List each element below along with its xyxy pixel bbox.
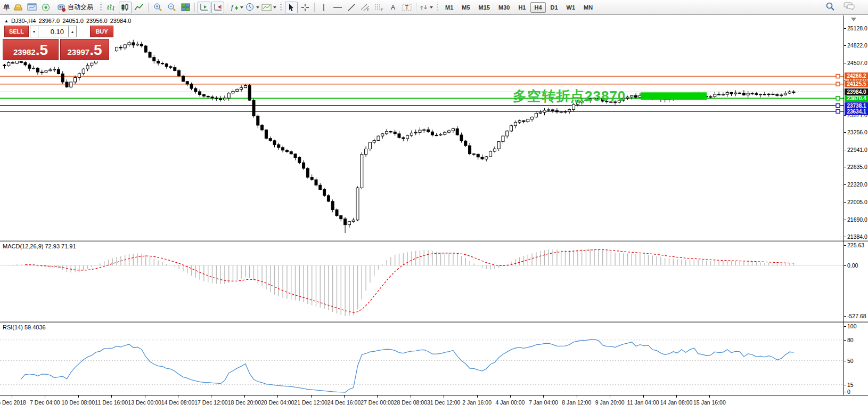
highlight-zone[interactable] (641, 92, 707, 100)
cursor-icon[interactable] (285, 2, 298, 13)
buy-price-fraction: .5 (89, 43, 102, 58)
toolbar-separator (416, 3, 416, 12)
time-axis-tick-mark (344, 395, 345, 398)
chart-window: 25128.024822.024507.024192.023571.023256… (0, 15, 868, 412)
price-axis-tick-mark (844, 63, 846, 63)
horizontal-price-lines[interactable] (0, 76, 844, 111)
timeframe-d1[interactable]: D1 (547, 2, 562, 13)
macd-axis-tick-label: -527.68 (847, 313, 866, 319)
time-axis-label: 7 Jan 04:00 (529, 399, 558, 406)
time-axis-tick-mark (543, 395, 544, 398)
search-icon[interactable] (825, 2, 835, 13)
time-axis-label: 27 Dec 00:00 (361, 399, 394, 406)
equidistant-channel-icon[interactable]: E (359, 2, 372, 13)
chart-header: ▲ DJ30-,H4 23967.0 24051.0 23956.0 23984… (4, 18, 131, 24)
bar-chart-icon[interactable] (105, 2, 118, 13)
text-icon[interactable]: A (387, 2, 399, 13)
price-tag: 24266.2 (845, 72, 868, 79)
price-axis-tick-mark (844, 202, 846, 203)
timeframe-m15[interactable]: M15 (475, 2, 494, 13)
templates-icon[interactable] (261, 2, 277, 13)
arrow-objects-icon[interactable] (419, 2, 433, 13)
macd-histogram (9, 249, 793, 316)
toolbar-separator (148, 3, 149, 12)
timeframe-mn[interactable]: MN (580, 2, 596, 13)
buy-price-panel[interactable]: 23997.5 (60, 39, 109, 60)
toolbar-separator (314, 3, 315, 12)
time-axis-tick-mark (643, 395, 644, 398)
time-axis-tick-mark (277, 395, 278, 398)
time-axis-label: 2 Jan 16:00 (462, 399, 492, 406)
gold-ingot-icon[interactable] (12, 2, 24, 13)
timeframe-buttons: M1M5M15M30H1H4D1W1MN (441, 2, 597, 13)
timeframe-h1[interactable]: H1 (514, 2, 529, 13)
svg-text:T: T (405, 5, 408, 11)
price-tag: 23870.4 (845, 95, 868, 102)
time-axis-label: 4 Jan 00:00 (496, 399, 525, 406)
chart-text-annotation[interactable]: 多空转折点23870 (513, 87, 626, 106)
time-axis[interactable]: 6 Dec 20187 Dec 04:0010 Dec 08:0011 Dec … (0, 395, 868, 412)
collapse-icon[interactable]: ▲ (4, 19, 9, 23)
rsi-axis-tick-label: 80 (847, 337, 854, 343)
pane-separator-main-macd[interactable] (0, 241, 868, 241)
new-order-button[interactable]: 单 (3, 3, 10, 12)
time-axis-tick-mark (311, 395, 312, 398)
line-handles[interactable] (836, 74, 840, 113)
trendline-icon[interactable] (345, 2, 358, 13)
timeframe-m5[interactable]: M5 (458, 2, 473, 13)
time-axis-tick-mark (411, 395, 411, 398)
chat-icon[interactable] (844, 2, 855, 13)
pane-separator-macd-rsi[interactable] (0, 321, 868, 321)
vertical-line-icon[interactable] (317, 2, 330, 13)
auto-scroll-icon[interactable] (211, 2, 224, 13)
volume-increase-button[interactable]: ▲ (68, 26, 77, 37)
timeframe-m1[interactable]: M1 (441, 2, 457, 13)
zoom-out-icon[interactable] (165, 2, 178, 13)
rsi-axis-tick-mark (844, 392, 846, 392)
volume-decrease-button[interactable]: ▼ (30, 26, 38, 37)
time-axis-tick-mark (377, 395, 378, 398)
candlesticks[interactable] (3, 40, 795, 233)
indicators-add-icon[interactable]: f (230, 2, 244, 13)
chart-shift-icon[interactable] (198, 2, 210, 13)
volume-input[interactable]: 0.10 (38, 26, 69, 37)
text-label-icon[interactable]: T (400, 2, 413, 13)
zoom-in-icon[interactable] (151, 2, 164, 13)
periods-clock-icon[interactable] (245, 2, 260, 13)
tile-windows-icon[interactable] (179, 2, 192, 13)
price-axis-tick-mark (844, 184, 846, 185)
sell-price-panel[interactable]: 23982.5 (3, 39, 59, 60)
fibonacci-icon[interactable]: F (373, 2, 386, 13)
chart-scroll-arrow[interactable] (851, 18, 856, 21)
chart-canvas[interactable] (0, 15, 844, 395)
sell-button[interactable]: SELL (4, 26, 29, 37)
macd-axis-tick-mark (844, 316, 846, 317)
macd-axis-tick-mark (844, 265, 846, 266)
timeframe-h4[interactable]: H4 (530, 2, 545, 13)
time-axis-label: 10 Dec 08:00 (62, 399, 95, 406)
chart-window-icon[interactable] (26, 2, 38, 13)
time-axis-label: 20 Dec 04:00 (261, 399, 294, 406)
rsi-axis-tick-label: 50 (847, 358, 854, 364)
pane-separator-main-macd[interactable] (0, 240, 868, 240)
timeframe-m30[interactable]: M30 (495, 2, 513, 13)
signal-icon[interactable] (39, 2, 52, 13)
price-axis-tick-label: 24822.0 (847, 42, 867, 49)
timeframe-w1[interactable]: W1 (563, 2, 579, 13)
rsi-axis-tick-mark (844, 361, 846, 361)
pane-separator-macd-rsi[interactable] (0, 322, 868, 322)
indicator-level-lines (0, 265, 844, 385)
time-axis-tick-mark (477, 395, 478, 398)
sell-price-main: 23982 (13, 47, 36, 56)
horizontal-line-icon[interactable] (331, 2, 344, 13)
price-axis-tick-label: 22320.0 (847, 181, 867, 188)
time-axis-label: 31 Dec 12:00 (427, 399, 460, 406)
time-axis-tick-mark (676, 395, 677, 398)
buy-button[interactable]: BUY (90, 26, 113, 37)
candlestick-icon[interactable] (119, 2, 132, 13)
autotrading-button[interactable]: 自动交易 (53, 2, 97, 13)
price-axis[interactable]: 25128.024822.024507.024192.023571.023256… (844, 15, 868, 395)
time-axis-tick-mark (577, 395, 577, 398)
line-chart-icon[interactable] (133, 2, 145, 13)
crosshair-icon[interactable] (299, 2, 312, 13)
